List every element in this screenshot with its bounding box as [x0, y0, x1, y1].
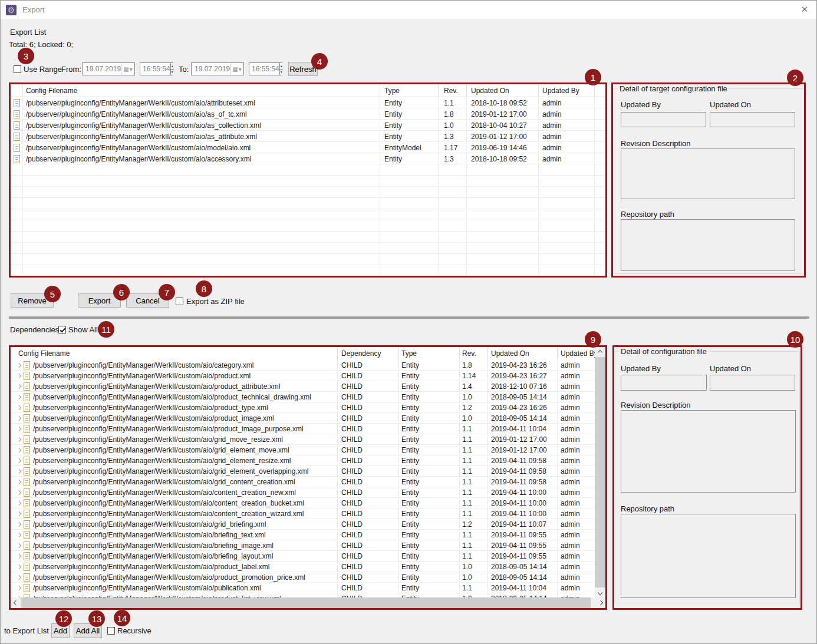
dependency-table-row[interactable]: /pubserver/pluginconfig/EntityManager/We… [11, 508, 595, 519]
header-rev[interactable]: Rev. [439, 84, 467, 97]
export-table: Config Filename Type Rev. Updated On Upd… [11, 84, 605, 276]
use-range-checkbox-box[interactable] [14, 65, 21, 73]
rev-cell: 1.1 [460, 530, 488, 540]
expand-chevron-icon[interactable] [17, 427, 21, 431]
export-table-row[interactable]: /pubserver/pluginconfig/EntityManager/We… [11, 142, 605, 153]
expand-chevron-icon[interactable] [17, 543, 21, 548]
dependency-table-row[interactable]: /pubserver/pluginconfig/EntityManager/We… [11, 498, 595, 508]
zip-checkbox-box[interactable] [176, 298, 183, 305]
scroll-down-icon[interactable] [595, 587, 605, 597]
export-table-row[interactable]: /pubserver/pluginconfig/EntityManager/We… [11, 120, 605, 131]
use-range-checkbox[interactable] [14, 65, 21, 75]
header-type[interactable]: Type [399, 347, 460, 360]
header-config-filename[interactable]: Config Filename [23, 84, 380, 97]
expand-chevron-icon[interactable] [17, 448, 21, 453]
expand-chevron-icon[interactable] [17, 522, 21, 527]
expand-chevron-icon[interactable] [17, 458, 21, 463]
horizontal-scrollbar[interactable] [11, 597, 605, 608]
dependency-cell: CHILD [338, 434, 399, 445]
type-cell: Entity [399, 371, 460, 381]
expand-chevron-icon[interactable] [17, 405, 21, 410]
to-date-input[interactable]: 19.07.2019 ▦▾ [191, 62, 244, 75]
calendar-icon[interactable]: ▦▾ [230, 63, 243, 75]
zip-checkbox[interactable] [176, 297, 183, 308]
header-config-filename[interactable]: Config Filename [11, 347, 338, 360]
dependency-table-row[interactable]: /pubserver/pluginconfig/EntityManager/We… [11, 562, 595, 572]
export-table-row[interactable]: /pubserver/pluginconfig/EntityManager/We… [11, 108, 605, 120]
dependency-table-row[interactable]: /pubserver/pluginconfig/EntityManager/We… [11, 402, 595, 413]
header-dependency[interactable]: Dependency [338, 347, 399, 360]
export-table-row[interactable]: /pubserver/pluginconfig/EntityManager/We… [11, 97, 605, 108]
expand-chevron-icon[interactable] [17, 586, 21, 590]
header-type[interactable]: Type [380, 84, 439, 97]
header-updated-on[interactable]: Updated On [467, 84, 539, 97]
expand-chevron-icon[interactable] [17, 374, 21, 378]
from-time-spinner[interactable]: ▲▼ [170, 63, 174, 75]
config-filename-cell: /pubserver/pluginconfig/EntityManager/We… [11, 530, 338, 540]
recursive-checkbox[interactable] [107, 626, 115, 637]
vertical-scrollbar[interactable] [595, 347, 605, 597]
expand-chevron-icon[interactable] [17, 511, 21, 516]
header-updated-on[interactable]: Updated On [488, 347, 558, 360]
spin-up-icon[interactable]: ▲ [171, 63, 174, 70]
horizontal-scroll-thumb[interactable] [21, 597, 591, 608]
dependency-table-row[interactable]: /pubserver/pluginconfig/EntityManager/We… [11, 360, 595, 371]
dependency-table-row[interactable]: /pubserver/pluginconfig/EntityManager/We… [11, 392, 595, 402]
dependency-table-row[interactable]: /pubserver/pluginconfig/EntityManager/We… [11, 466, 595, 477]
expand-chevron-icon[interactable] [17, 480, 21, 484]
scroll-up-icon[interactable] [595, 347, 605, 357]
dependency-table-row[interactable]: /pubserver/pluginconfig/EntityManager/We… [11, 371, 595, 381]
spin-down-icon[interactable]: ▼ [171, 70, 174, 75]
show-all-checkbox[interactable] [58, 325, 66, 336]
expand-chevron-icon[interactable] [17, 533, 21, 537]
scroll-right-icon[interactable] [595, 597, 605, 608]
show-all-checkbox-box[interactable] [58, 326, 66, 333]
dependency-table-row[interactable]: /pubserver/pluginconfig/EntityManager/We… [11, 455, 595, 466]
dependency-table-row[interactable]: /pubserver/pluginconfig/EntityManager/We… [11, 551, 595, 562]
empty-cell [11, 209, 23, 220]
expand-chevron-icon[interactable] [17, 395, 21, 399]
expand-chevron-icon[interactable] [17, 363, 21, 368]
dependency-table-row[interactable]: /pubserver/pluginconfig/EntityManager/We… [11, 477, 595, 487]
expand-chevron-icon[interactable] [17, 416, 21, 421]
dependency-table-row[interactable]: /pubserver/pluginconfig/EntityManager/We… [11, 519, 595, 530]
updated-on-cell: 2018-09-05 14:14 [488, 392, 558, 402]
close-icon[interactable]: ✕ [800, 4, 808, 15]
to-time-input[interactable]: 16:55:54 ▲▼ [249, 62, 282, 75]
expand-chevron-icon[interactable] [17, 384, 21, 389]
dependency-table-row[interactable]: /pubserver/pluginconfig/EntityManager/We… [11, 445, 595, 455]
dependency-table-row[interactable]: /pubserver/pluginconfig/EntityManager/We… [11, 540, 595, 551]
dependency-table-row[interactable]: /pubserver/pluginconfig/EntityManager/We… [11, 424, 595, 434]
expand-chevron-icon[interactable] [17, 575, 21, 580]
expand-chevron-icon[interactable] [17, 554, 21, 559]
from-date-input[interactable]: 19.07.2019 ▦▾ [82, 62, 135, 75]
dependency-table-row[interactable]: /pubserver/pluginconfig/EntityManager/We… [11, 593, 595, 597]
dependency-table-row[interactable]: /pubserver/pluginconfig/EntityManager/We… [11, 434, 595, 445]
expand-chevron-icon[interactable] [17, 490, 21, 495]
header-updated-by[interactable]: Updated By [558, 347, 595, 360]
export-table-row[interactable]: /pubserver/pluginconfig/EntityManager/We… [11, 153, 605, 164]
expand-chevron-icon[interactable] [17, 564, 21, 569]
header-updated-by[interactable]: Updated By [539, 84, 595, 97]
spin-down-icon[interactable]: ▼ [280, 70, 283, 75]
expand-chevron-icon[interactable] [17, 501, 21, 506]
expand-chevron-icon[interactable] [17, 437, 21, 442]
from-time-input[interactable]: 16:55:54 ▲▼ [140, 62, 173, 75]
dependency-table-row[interactable]: /pubserver/pluginconfig/EntityManager/We… [11, 583, 595, 593]
expand-chevron-icon[interactable] [17, 469, 21, 474]
dependency-table-row[interactable]: /pubserver/pluginconfig/EntityManager/We… [11, 530, 595, 540]
updated-on-cell: 2019-04-11 09:55 [488, 530, 558, 540]
dependency-table-row[interactable]: /pubserver/pluginconfig/EntityManager/We… [11, 413, 595, 424]
to-time-spinner[interactable]: ▲▼ [279, 63, 283, 75]
vertical-scroll-thumb[interactable] [595, 357, 605, 587]
export-table-row[interactable]: /pubserver/pluginconfig/EntityManager/We… [11, 131, 605, 142]
recursive-checkbox-box[interactable] [107, 627, 115, 635]
dependency-table-row[interactable]: /pubserver/pluginconfig/EntityManager/We… [11, 381, 595, 392]
calendar-icon[interactable]: ▦▾ [121, 63, 134, 75]
dependency-table-row[interactable]: /pubserver/pluginconfig/EntityManager/We… [11, 572, 595, 583]
export-table-header: Config Filename Type Rev. Updated On Upd… [11, 84, 605, 97]
header-rev[interactable]: Rev. [460, 347, 488, 360]
dependency-table-row[interactable]: /pubserver/pluginconfig/EntityManager/We… [11, 487, 595, 498]
scroll-left-icon[interactable] [11, 597, 21, 608]
spin-up-icon[interactable]: ▲ [280, 63, 283, 70]
